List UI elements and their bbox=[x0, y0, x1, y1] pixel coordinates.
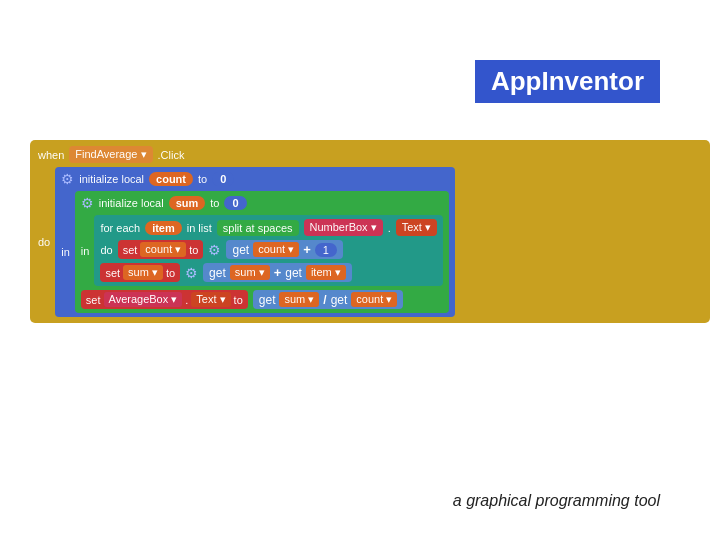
get-label-5: get bbox=[331, 293, 348, 307]
set-average-row: set AverageBox ▾ . Text ▾ to get sum ▾ / bbox=[81, 290, 443, 309]
gear-icon-3: ⚙ bbox=[208, 242, 221, 258]
find-average-dropdown[interactable]: FindAverage ▾ bbox=[69, 146, 152, 163]
item-dropdown[interactable]: item ▾ bbox=[306, 265, 346, 280]
count-dropdown-1[interactable]: count ▾ bbox=[140, 242, 186, 257]
set-average-block: set AverageBox ▾ . Text ▾ to bbox=[81, 290, 248, 309]
init-count-block: ⚙ initialize local count to 0 in ⚙ initi… bbox=[55, 167, 455, 317]
for-each-block: for each item in list split at spaces Nu… bbox=[94, 215, 443, 286]
for-each-label: for each bbox=[100, 222, 140, 234]
count-dropdown-3[interactable]: count ▾ bbox=[351, 292, 397, 307]
in-label-1: in bbox=[61, 246, 70, 258]
plus-icon-2: + bbox=[274, 265, 282, 280]
to-label-5: to bbox=[234, 294, 243, 306]
for-each-outer-row: in for each item in list split at spaces… bbox=[81, 215, 443, 286]
set-sum-row: set sum ▾ to ⚙ get sum ▾ bbox=[100, 263, 437, 282]
in-list-label: in list bbox=[187, 222, 212, 234]
to-label-3: to bbox=[189, 244, 198, 256]
when-block: when FindAverage ▾ .Click do ⚙ initializ… bbox=[30, 140, 710, 323]
do-row: do ⚙ initialize local count to 0 in ⚙ bbox=[38, 167, 702, 317]
div-sign: / bbox=[323, 293, 326, 307]
get-label-2: get bbox=[209, 266, 226, 280]
sum-dropdown-2[interactable]: sum ▾ bbox=[230, 265, 270, 280]
number-box-dropdown[interactable]: NumberBox ▾ bbox=[304, 219, 383, 236]
get-label-4: get bbox=[259, 293, 276, 307]
sum-plus-item-block: get sum ▾ + get item ▾ bbox=[203, 263, 352, 282]
plus-icon-1: + bbox=[303, 242, 311, 257]
set-label-3: set bbox=[86, 294, 101, 306]
click-label: .Click bbox=[158, 149, 185, 161]
sum-pill: sum bbox=[169, 196, 206, 210]
in-row: in ⚙ initialize local sum to 0 in bbox=[61, 191, 449, 313]
set-count-block: set count ▾ to bbox=[118, 240, 204, 259]
do-label: do bbox=[38, 236, 50, 248]
for-each-row: for each item in list split at spaces Nu… bbox=[100, 219, 437, 236]
footer-text: a graphical programming tool bbox=[453, 492, 660, 510]
count-plus-1-block: get count ▾ + 1 bbox=[226, 240, 342, 259]
dot-label-1: . bbox=[388, 222, 391, 234]
do-label-2: do bbox=[100, 244, 112, 256]
init-sum-block: ⚙ initialize local sum to 0 in bbox=[75, 191, 449, 313]
gear-icon-1: ⚙ bbox=[61, 171, 74, 187]
in-label-2: in bbox=[81, 245, 90, 257]
text-dropdown-1[interactable]: Text ▾ bbox=[396, 219, 437, 236]
text-dropdown-2[interactable]: Text ▾ bbox=[191, 292, 230, 307]
init-sum-row: ⚙ initialize local sum to 0 bbox=[81, 195, 443, 211]
count-dropdown-2[interactable]: count ▾ bbox=[253, 242, 299, 257]
set-label-1: set bbox=[123, 244, 138, 256]
get-label-3: get bbox=[285, 266, 302, 280]
set-label-2: set bbox=[105, 267, 120, 279]
to-label-2: to bbox=[210, 197, 219, 209]
set-sum-block: set sum ▾ to bbox=[100, 263, 180, 282]
dot-label-2: . bbox=[185, 294, 188, 306]
sum-dropdown-3[interactable]: sum ▾ bbox=[279, 292, 319, 307]
sum-dropdown-1[interactable]: sum ▾ bbox=[123, 265, 163, 280]
init-label-1: initialize local bbox=[79, 173, 144, 185]
count-pill: count bbox=[149, 172, 193, 186]
to-label-1: to bbox=[198, 173, 207, 185]
one-block: 1 bbox=[315, 243, 337, 257]
blocks-diagram: when FindAverage ▾ .Click do ⚙ initializ… bbox=[30, 140, 710, 323]
app-title: AppInventor bbox=[475, 60, 660, 103]
gear-icon-2: ⚙ bbox=[81, 195, 94, 211]
when-row: when FindAverage ▾ .Click bbox=[38, 146, 702, 163]
split-at-spaces-block: split at spaces bbox=[217, 220, 299, 236]
to-label-4: to bbox=[166, 267, 175, 279]
do-set-count-row: do set count ▾ to ⚙ get bbox=[100, 240, 437, 259]
init-count-row: ⚙ initialize local count to 0 bbox=[61, 171, 449, 187]
zero-count: 0 bbox=[212, 172, 234, 186]
average-box-dropdown[interactable]: AverageBox ▾ bbox=[104, 292, 183, 307]
get-label-1: get bbox=[232, 243, 249, 257]
gear-icon-4: ⚙ bbox=[185, 265, 198, 281]
sum-div-count-block: get sum ▾ / get count ▾ bbox=[253, 290, 404, 309]
when-label: when bbox=[38, 149, 64, 161]
init-label-2: initialize local bbox=[99, 197, 164, 209]
zero-sum: 0 bbox=[224, 196, 246, 210]
item-pill: item bbox=[145, 221, 182, 235]
